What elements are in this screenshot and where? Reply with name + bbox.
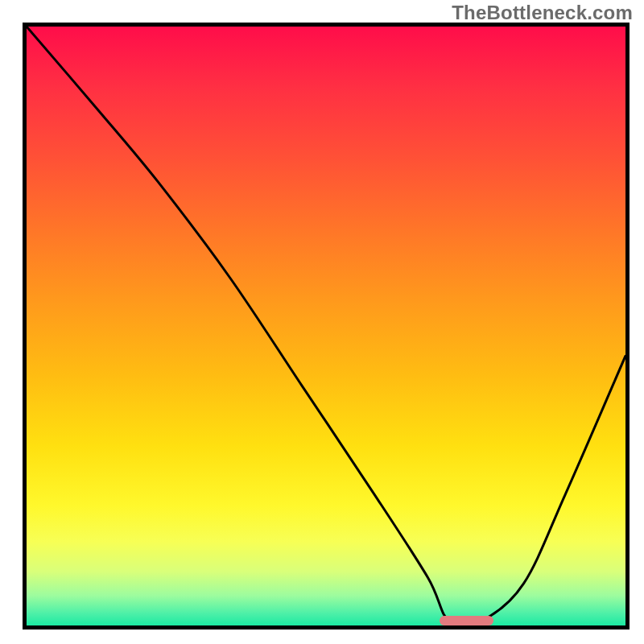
plot-frame (23, 23, 630, 630)
bottleneck-curve (27, 27, 625, 625)
bottleneck-curve-path (27, 27, 625, 625)
stage: TheBottleneck.com (0, 0, 644, 644)
optimal-range-marker (440, 616, 493, 625)
watermark-text: TheBottleneck.com (452, 2, 633, 24)
